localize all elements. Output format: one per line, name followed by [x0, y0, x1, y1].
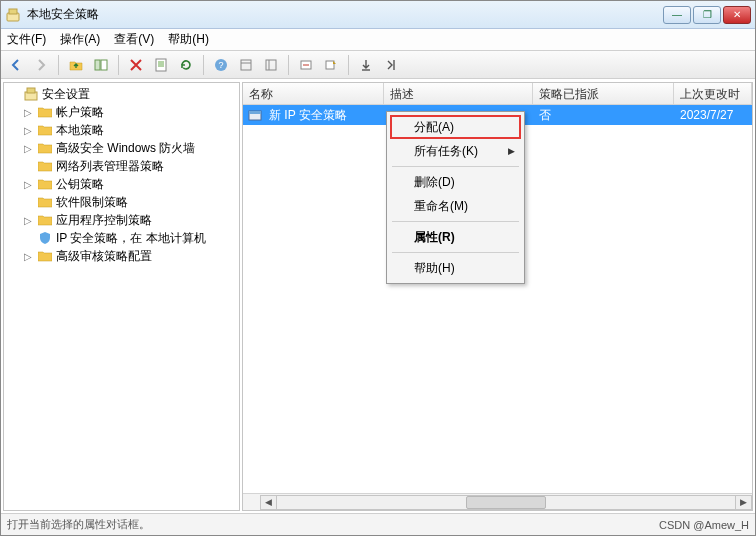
menu-help[interactable]: 帮助(H) — [168, 31, 209, 48]
horizontal-scrollbar[interactable]: ◀ ▶ — [243, 493, 752, 510]
tree-item-label: IP 安全策略，在 本地计算机 — [56, 230, 206, 247]
folder-icon — [37, 176, 53, 192]
tool-button-f[interactable] — [380, 54, 402, 76]
content-area: 安全设置 ▷帐户策略 ▷本地策略 ▷高级安全 Windows 防火墙 网络列表管… — [1, 79, 755, 513]
col-desc[interactable]: 描述 — [384, 83, 533, 104]
scroll-track[interactable] — [277, 495, 735, 510]
toolbar-separator — [348, 55, 349, 75]
window-title: 本地安全策略 — [27, 6, 663, 23]
toolbar-separator — [203, 55, 204, 75]
tree-item-label: 高级审核策略配置 — [56, 248, 152, 265]
tree-item-software[interactable]: 软件限制策略 — [4, 193, 239, 211]
tree-item-account[interactable]: ▷帐户策略 — [4, 103, 239, 121]
ctx-rename[interactable]: 重命名(M) — [390, 194, 521, 218]
list-pane: 名称 描述 策略已指派 上次更改时间 新 IP 安全策略 否 2023/7/27… — [242, 82, 753, 511]
app-icon — [5, 7, 21, 23]
folder-icon — [37, 194, 53, 210]
twisty-icon[interactable]: ▷ — [22, 143, 34, 154]
ctx-help[interactable]: 帮助(H) — [390, 256, 521, 280]
tree-item-label: 帐户策略 — [56, 104, 104, 121]
svg-rect-19 — [27, 88, 35, 93]
context-menu: 分配(A) 所有任务(K)▶ 删除(D) 重命名(M) 属性(R) 帮助(H) — [386, 111, 525, 284]
tree-item-network[interactable]: 网络列表管理器策略 — [4, 157, 239, 175]
window-buttons: — ❐ ✕ — [663, 6, 751, 24]
tool-button-c[interactable] — [295, 54, 317, 76]
tree-item-label: 本地策略 — [56, 122, 104, 139]
folder-icon — [37, 140, 53, 156]
list-body[interactable]: 新 IP 安全策略 否 2023/7/27 分配(A) 所有任务(K)▶ 删除(… — [243, 105, 752, 493]
minimize-button[interactable]: — — [663, 6, 691, 24]
properties-button[interactable] — [150, 54, 172, 76]
security-settings-icon — [23, 86, 39, 102]
tree-item-audit[interactable]: ▷高级审核策略配置 — [4, 247, 239, 265]
policy-icon — [247, 107, 263, 123]
tool-button-a[interactable] — [235, 54, 257, 76]
tree-root[interactable]: 安全设置 — [4, 85, 239, 103]
svg-rect-1 — [9, 9, 17, 14]
ctx-separator — [392, 221, 519, 222]
twisty-icon[interactable]: ▷ — [22, 215, 34, 226]
statusbar: 打开当前选择的属性对话框。 CSDN @Amew_H — [1, 513, 755, 535]
svg-rect-4 — [156, 59, 166, 71]
show-hide-tree-button[interactable] — [90, 54, 112, 76]
tree-item-publickey[interactable]: ▷公钥策略 — [4, 175, 239, 193]
svg-rect-21 — [249, 111, 261, 114]
tree-item-label: 公钥策略 — [56, 176, 104, 193]
col-date[interactable]: 上次更改时间 — [674, 83, 752, 104]
up-button[interactable] — [65, 54, 87, 76]
list-header: 名称 描述 策略已指派 上次更改时间 — [243, 83, 752, 105]
folder-icon — [37, 248, 53, 264]
folder-icon — [37, 104, 53, 120]
close-button[interactable]: ✕ — [723, 6, 751, 24]
col-name[interactable]: 名称 — [243, 83, 384, 104]
tree-item-firewall[interactable]: ▷高级安全 Windows 防火墙 — [4, 139, 239, 157]
folder-icon — [37, 122, 53, 138]
back-button[interactable] — [5, 54, 27, 76]
svg-rect-3 — [101, 60, 107, 70]
col-assigned[interactable]: 策略已指派 — [533, 83, 674, 104]
cell-name: 新 IP 安全策略 — [263, 107, 384, 124]
tree-item-local[interactable]: ▷本地策略 — [4, 121, 239, 139]
tree-item-label: 高级安全 Windows 防火墙 — [56, 140, 195, 157]
twisty-icon[interactable]: ▷ — [22, 251, 34, 262]
status-text: 打开当前选择的属性对话框。 — [7, 517, 150, 532]
twisty-icon[interactable]: ▷ — [22, 179, 34, 190]
scroll-thumb[interactable] — [466, 496, 546, 509]
tree-item-label: 软件限制策略 — [56, 194, 128, 211]
menu-file[interactable]: 文件(F) — [7, 31, 46, 48]
tree-item-label: 应用程序控制策略 — [56, 212, 152, 229]
tree-root-label: 安全设置 — [42, 86, 90, 103]
ctx-alltasks[interactable]: 所有任务(K)▶ — [390, 139, 521, 163]
watermark: CSDN @Amew_H — [659, 519, 749, 531]
ctx-assign[interactable]: 分配(A) — [390, 115, 521, 139]
tree-item-appcontrol[interactable]: ▷应用程序控制策略 — [4, 211, 239, 229]
cell-assigned: 否 — [533, 107, 674, 124]
tree-pane[interactable]: 安全设置 ▷帐户策略 ▷本地策略 ▷高级安全 Windows 防火墙 网络列表管… — [3, 82, 240, 511]
toolbar-separator — [288, 55, 289, 75]
titlebar: 本地安全策略 — ❐ ✕ — [1, 1, 755, 29]
twisty-icon[interactable]: ▷ — [22, 107, 34, 118]
submenu-arrow-icon: ▶ — [508, 146, 515, 156]
ctx-delete[interactable]: 删除(D) — [390, 170, 521, 194]
tool-button-d[interactable] — [320, 54, 342, 76]
scroll-right-button[interactable]: ▶ — [735, 495, 752, 510]
tool-button-b[interactable] — [260, 54, 282, 76]
twisty-icon[interactable]: ▷ — [22, 125, 34, 136]
tree-item-ipsec[interactable]: IP 安全策略，在 本地计算机 — [4, 229, 239, 247]
toolbar: ? — [1, 51, 755, 79]
menu-view[interactable]: 查看(V) — [114, 31, 154, 48]
menu-action[interactable]: 操作(A) — [60, 31, 100, 48]
maximize-button[interactable]: ❐ — [693, 6, 721, 24]
ctx-separator — [392, 166, 519, 167]
tool-button-e[interactable] — [355, 54, 377, 76]
svg-rect-10 — [241, 60, 251, 70]
svg-rect-2 — [95, 60, 100, 70]
help-button[interactable]: ? — [210, 54, 232, 76]
folder-icon — [37, 158, 53, 174]
ctx-properties[interactable]: 属性(R) — [390, 225, 521, 249]
forward-button[interactable] — [30, 54, 52, 76]
scroll-left-button[interactable]: ◀ — [260, 495, 277, 510]
window-root: 本地安全策略 — ❐ ✕ 文件(F) 操作(A) 查看(V) 帮助(H) ? — [0, 0, 756, 536]
refresh-button[interactable] — [175, 54, 197, 76]
delete-button[interactable] — [125, 54, 147, 76]
